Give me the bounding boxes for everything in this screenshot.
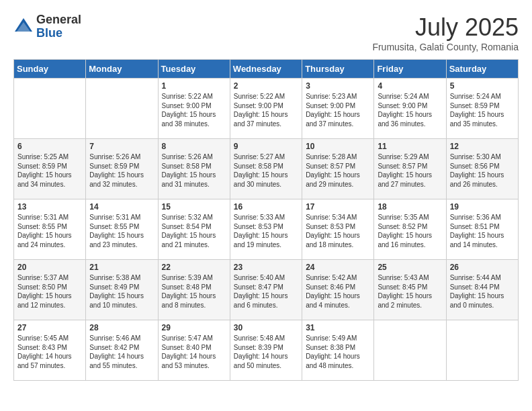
day-info: Sunrise: 5:26 AM Sunset: 8:58 PM Dayligh… [162, 152, 226, 189]
day-number: 9 [234, 142, 298, 151]
calendar-cell [86, 79, 158, 139]
day-info: Sunrise: 5:30 AM Sunset: 8:56 PM Dayligh… [450, 152, 515, 189]
day-number: 30 [234, 323, 298, 332]
day-number: 4 [378, 81, 442, 91]
day-number: 5 [450, 81, 515, 91]
location: Frumusita, Galati County, Romania [372, 42, 519, 52]
logo-blue: Blue [36, 27, 81, 40]
logo: General Blue [13, 13, 81, 40]
day-info: Sunrise: 5:49 AM Sunset: 8:38 PM Dayligh… [306, 334, 370, 370]
calendar-cell: 29Sunrise: 5:47 AM Sunset: 8:40 PM Dayli… [158, 320, 230, 381]
calendar-cell: 15Sunrise: 5:32 AM Sunset: 8:54 PM Dayli… [158, 199, 230, 260]
day-info: Sunrise: 5:36 AM Sunset: 8:51 PM Dayligh… [450, 213, 515, 249]
calendar-cell [374, 320, 446, 381]
title-block: July 2025 Frumusita, Galati County, Roma… [372, 13, 519, 52]
calendar-cell: 5Sunrise: 5:24 AM Sunset: 8:59 PM Daylig… [446, 79, 518, 139]
day-info: Sunrise: 5:48 AM Sunset: 8:39 PM Dayligh… [234, 334, 298, 370]
header-saturday: Saturday [446, 60, 518, 79]
day-number: 11 [378, 142, 442, 151]
day-info: Sunrise: 5:24 AM Sunset: 9:00 PM Dayligh… [378, 92, 442, 128]
day-number: 21 [89, 263, 154, 272]
day-number: 29 [162, 323, 226, 332]
day-number: 16 [234, 202, 298, 212]
calendar-week-0: 1Sunrise: 5:22 AM Sunset: 9:00 PM Daylig… [14, 79, 519, 139]
day-number: 15 [162, 202, 226, 212]
calendar-cell: 8Sunrise: 5:26 AM Sunset: 8:58 PM Daylig… [158, 139, 230, 199]
day-number: 2 [234, 81, 298, 91]
calendar-week-2: 13Sunrise: 5:31 AM Sunset: 8:55 PM Dayli… [14, 199, 519, 260]
calendar-cell: 18Sunrise: 5:35 AM Sunset: 8:52 PM Dayli… [374, 199, 446, 260]
calendar-cell: 27Sunrise: 5:45 AM Sunset: 8:43 PM Dayli… [14, 320, 86, 381]
header-wednesday: Wednesday [230, 60, 302, 79]
calendar-cell: 20Sunrise: 5:37 AM Sunset: 8:50 PM Dayli… [14, 260, 86, 320]
logo-text: General Blue [36, 13, 81, 40]
day-number: 17 [306, 202, 370, 212]
day-number: 31 [306, 323, 370, 332]
day-info: Sunrise: 5:45 AM Sunset: 8:43 PM Dayligh… [17, 334, 82, 370]
header-sunday: Sunday [14, 60, 86, 79]
day-number: 24 [306, 263, 370, 272]
calendar-cell: 7Sunrise: 5:26 AM Sunset: 8:59 PM Daylig… [86, 139, 158, 199]
day-number: 23 [234, 263, 298, 272]
calendar-cell: 23Sunrise: 5:40 AM Sunset: 8:47 PM Dayli… [230, 260, 302, 320]
logo-general: General [36, 13, 81, 27]
day-number: 12 [450, 142, 515, 151]
calendar-cell: 31Sunrise: 5:49 AM Sunset: 8:38 PM Dayli… [302, 320, 374, 381]
day-info: Sunrise: 5:27 AM Sunset: 8:58 PM Dayligh… [234, 152, 298, 189]
day-number: 7 [89, 142, 154, 151]
calendar-cell: 9Sunrise: 5:27 AM Sunset: 8:58 PM Daylig… [230, 139, 302, 199]
day-number: 14 [89, 202, 154, 212]
calendar-cell: 3Sunrise: 5:23 AM Sunset: 9:00 PM Daylig… [302, 79, 374, 139]
day-info: Sunrise: 5:39 AM Sunset: 8:48 PM Dayligh… [162, 273, 226, 310]
calendar-cell: 14Sunrise: 5:31 AM Sunset: 8:55 PM Dayli… [86, 199, 158, 260]
header-tuesday: Tuesday [158, 60, 230, 79]
day-info: Sunrise: 5:42 AM Sunset: 8:46 PM Dayligh… [306, 273, 370, 310]
day-number: 3 [306, 81, 370, 91]
calendar-cell: 30Sunrise: 5:48 AM Sunset: 8:39 PM Dayli… [230, 320, 302, 381]
day-info: Sunrise: 5:29 AM Sunset: 8:57 PM Dayligh… [378, 152, 442, 189]
calendar-cell: 10Sunrise: 5:28 AM Sunset: 8:57 PM Dayli… [302, 139, 374, 199]
calendar-header-row: SundayMondayTuesdayWednesdayThursdayFrid… [14, 60, 519, 79]
calendar-cell: 11Sunrise: 5:29 AM Sunset: 8:57 PM Dayli… [374, 139, 446, 199]
day-info: Sunrise: 5:43 AM Sunset: 8:45 PM Dayligh… [378, 273, 442, 310]
calendar-cell: 28Sunrise: 5:46 AM Sunset: 8:42 PM Dayli… [86, 320, 158, 381]
header-thursday: Thursday [302, 60, 374, 79]
calendar-cell: 22Sunrise: 5:39 AM Sunset: 8:48 PM Dayli… [158, 260, 230, 320]
calendar-cell: 17Sunrise: 5:34 AM Sunset: 8:53 PM Dayli… [302, 199, 374, 260]
calendar-week-3: 20Sunrise: 5:37 AM Sunset: 8:50 PM Dayli… [14, 260, 519, 320]
day-info: Sunrise: 5:26 AM Sunset: 8:59 PM Dayligh… [89, 152, 154, 189]
header-friday: Friday [374, 60, 446, 79]
day-number: 13 [17, 202, 82, 212]
day-info: Sunrise: 5:31 AM Sunset: 8:55 PM Dayligh… [89, 213, 154, 249]
calendar-cell: 12Sunrise: 5:30 AM Sunset: 8:56 PM Dayli… [446, 139, 518, 199]
day-number: 18 [378, 202, 442, 212]
day-info: Sunrise: 5:28 AM Sunset: 8:57 PM Dayligh… [306, 152, 370, 189]
calendar-week-4: 27Sunrise: 5:45 AM Sunset: 8:43 PM Dayli… [14, 320, 519, 381]
day-number: 8 [162, 142, 226, 151]
day-info: Sunrise: 5:47 AM Sunset: 8:40 PM Dayligh… [162, 334, 226, 370]
day-number: 22 [162, 263, 226, 272]
day-info: Sunrise: 5:31 AM Sunset: 8:55 PM Dayligh… [17, 213, 82, 249]
day-number: 19 [450, 202, 515, 212]
day-number: 27 [17, 323, 82, 332]
day-number: 26 [450, 263, 515, 272]
day-number: 28 [89, 323, 154, 332]
header-monday: Monday [86, 60, 158, 79]
day-info: Sunrise: 5:34 AM Sunset: 8:53 PM Dayligh… [306, 213, 370, 249]
day-number: 1 [162, 81, 226, 91]
day-info: Sunrise: 5:46 AM Sunset: 8:42 PM Dayligh… [89, 334, 154, 370]
day-info: Sunrise: 5:44 AM Sunset: 8:44 PM Dayligh… [450, 273, 515, 310]
day-info: Sunrise: 5:24 AM Sunset: 8:59 PM Dayligh… [450, 92, 515, 128]
calendar-cell: 16Sunrise: 5:33 AM Sunset: 8:53 PM Dayli… [230, 199, 302, 260]
calendar-table: SundayMondayTuesdayWednesdayThursdayFrid… [13, 59, 519, 381]
calendar-cell [446, 320, 518, 381]
day-info: Sunrise: 5:37 AM Sunset: 8:50 PM Dayligh… [17, 273, 82, 310]
calendar-cell: 13Sunrise: 5:31 AM Sunset: 8:55 PM Dayli… [14, 199, 86, 260]
day-info: Sunrise: 5:38 AM Sunset: 8:49 PM Dayligh… [89, 273, 154, 310]
day-info: Sunrise: 5:40 AM Sunset: 8:47 PM Dayligh… [234, 273, 298, 310]
day-info: Sunrise: 5:22 AM Sunset: 9:00 PM Dayligh… [162, 92, 226, 128]
logo-icon [13, 17, 34, 37]
day-number: 6 [17, 142, 82, 151]
day-info: Sunrise: 5:33 AM Sunset: 8:53 PM Dayligh… [234, 213, 298, 249]
calendar-week-1: 6Sunrise: 5:25 AM Sunset: 8:59 PM Daylig… [14, 139, 519, 199]
